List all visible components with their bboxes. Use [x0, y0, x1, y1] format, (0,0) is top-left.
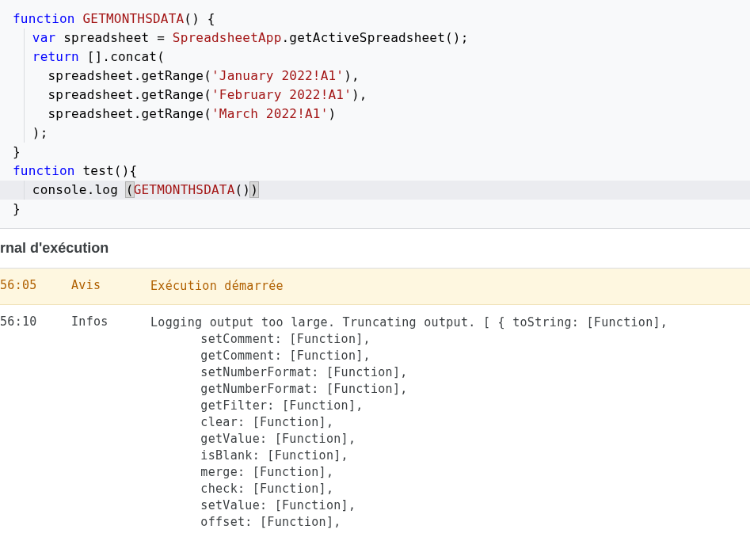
code-line[interactable]: console.log (GETMONTHSDATA()): [0, 181, 750, 200]
code-token: GETMONTHSDATA: [134, 182, 235, 197]
code-editor[interactable]: function GETMONTHSDATA() { var spreadshe…: [0, 0, 750, 229]
code-token: spreadsheet =: [55, 30, 173, 45]
code-token: [].concat(: [79, 49, 165, 64]
code-token: ),: [352, 87, 367, 102]
code-line[interactable]: }: [0, 143, 750, 162]
execution-log-body: 56:05AvisExécution démarrée56:10InfosLog…: [0, 269, 750, 540]
code-token: test(){: [83, 163, 138, 178]
code-token: spreadsheet.getRange(: [48, 106, 212, 121]
code-token: () {: [184, 11, 215, 26]
code-token: }: [13, 201, 21, 216]
log-row: 56:10InfosLogging output too large. Trun…: [0, 305, 750, 540]
log-message: Logging output too large. Truncating out…: [150, 314, 750, 531]
code-token: spreadsheet.getRange(: [48, 87, 212, 102]
log-row: 56:05AvisExécution démarrée: [0, 269, 750, 305]
code-token: 'February 2022!A1': [211, 87, 352, 102]
code-token: function: [13, 11, 83, 26]
code-token: ),: [344, 68, 360, 83]
code-token: ): [250, 182, 258, 197]
code-token: return: [32, 49, 79, 64]
code-line[interactable]: }: [0, 200, 750, 219]
code-token: console.log: [32, 182, 126, 197]
code-token: var: [32, 30, 56, 45]
code-token: 'March 2022!A1': [211, 106, 329, 121]
code-token: }: [13, 144, 21, 159]
code-line[interactable]: return [].concat(: [0, 48, 750, 67]
code-token: GETMONTHSDATA: [83, 11, 185, 26]
code-token: (: [126, 182, 134, 197]
log-level: Avis: [71, 278, 150, 292]
code-token: .getActiveSpreadsheet();: [282, 30, 469, 45]
code-token: (): [235, 182, 251, 197]
code-token: SpreadsheetApp: [173, 30, 282, 45]
execution-log-panel: rnal d'exécution 56:05AvisExécution déma…: [0, 229, 750, 540]
log-message: Exécution démarrée: [150, 278, 750, 295]
log-time: 56:10: [0, 314, 71, 329]
code-token: ): [329, 106, 337, 121]
code-line[interactable]: spreadsheet.getRange('February 2022!A1')…: [0, 86, 750, 105]
execution-log-title: rnal d'exécution: [0, 229, 750, 269]
code-line[interactable]: function test(){: [0, 162, 750, 181]
code-token: function: [13, 163, 83, 178]
code-line[interactable]: spreadsheet.getRange('January 2022!A1'),: [0, 67, 750, 86]
log-time: 56:05: [0, 278, 71, 292]
code-line[interactable]: spreadsheet.getRange('March 2022!A1'): [0, 105, 750, 124]
code-token: spreadsheet.getRange(: [48, 68, 212, 83]
code-line[interactable]: function GETMONTHSDATA() {: [0, 10, 750, 29]
code-line[interactable]: var spreadsheet = SpreadsheetApp.getActi…: [0, 29, 750, 48]
code-token: 'January 2022!A1': [211, 68, 344, 83]
log-level: Infos: [71, 314, 150, 329]
code-token: );: [32, 125, 48, 140]
code-line[interactable]: );: [0, 124, 750, 143]
